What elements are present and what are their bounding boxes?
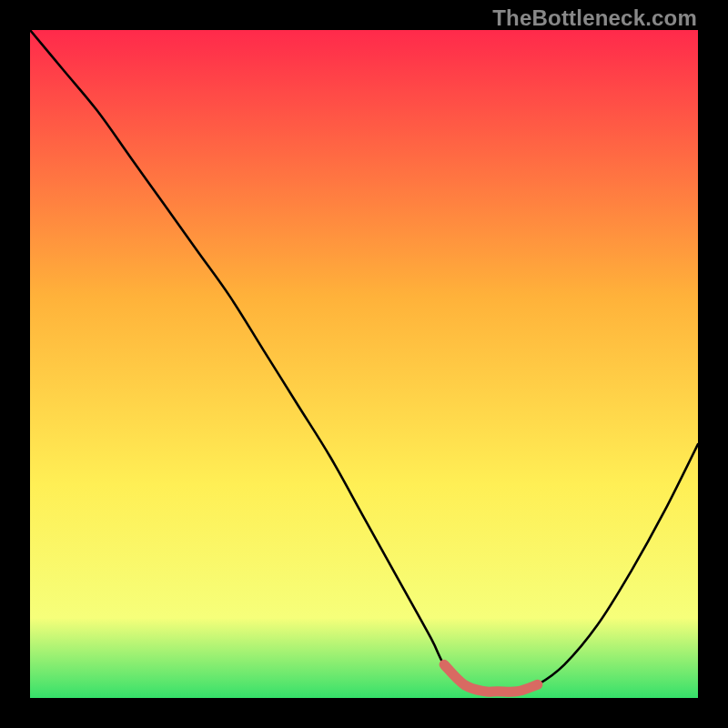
chart-frame: TheBottleneck.com	[0, 0, 728, 728]
plot-svg	[30, 30, 698, 698]
gradient-background	[30, 30, 698, 698]
plot-area	[30, 30, 698, 698]
watermark-text: TheBottleneck.com	[492, 5, 697, 31]
